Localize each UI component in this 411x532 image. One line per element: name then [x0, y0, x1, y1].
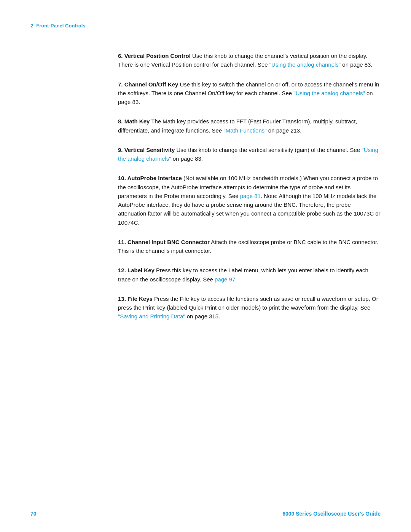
- section-11-title: 11. Channel Input BNC Connector: [118, 239, 210, 245]
- section-13-text-before: Press the File key to access file functi…: [118, 296, 378, 311]
- section-12-text-after: .: [235, 276, 237, 283]
- section-8-link[interactable]: "Math Functions": [223, 127, 266, 134]
- section-9: 9. Vertical Sensitivity Use this knob to…: [118, 145, 381, 163]
- footer: 70 6000 Series Oscilloscope User's Guide: [0, 511, 411, 517]
- section-11-body: 11. Channel Input BNC Connector Attach t…: [118, 238, 381, 256]
- section-13-body: 13. File Keys Press the File key to acce…: [118, 294, 381, 321]
- chapter-number: 2: [30, 23, 33, 29]
- section-8-body: 8. Math Key The Math key provides access…: [118, 117, 381, 135]
- section-13: 13. File Keys Press the File key to acce…: [118, 294, 381, 321]
- section-9-body: 9. Vertical Sensitivity Use this knob to…: [118, 145, 381, 163]
- section-9-title: 9. Vertical Sensitivity: [118, 147, 175, 153]
- section-7-link[interactable]: "Using the analog channels": [293, 90, 365, 96]
- section-6-body: 6. Vertical Position Control Use this kn…: [118, 51, 381, 69]
- breadcrumb: 2 Front-Panel Controls: [30, 23, 381, 29]
- section-6-text-after: on page 83.: [341, 61, 372, 68]
- section-7: 7. Channel On/Off Key Use this key to sw…: [118, 80, 381, 107]
- section-13-link[interactable]: "Saving and Printing Data": [118, 313, 185, 320]
- section-12: 12. Label Key Press this key to access t…: [118, 266, 381, 284]
- section-7-body: 7. Channel On/Off Key Use this key to sw…: [118, 80, 381, 107]
- section-10-body: 10. AutoProbe Interface (Not available o…: [118, 174, 381, 227]
- chapter-title: Front-Panel Controls: [36, 23, 85, 29]
- section-7-title: 7. Channel On/Off Key: [118, 81, 178, 88]
- section-8-text-after: on page 213.: [267, 127, 302, 134]
- section-11: 11. Channel Input BNC Connector Attach t…: [118, 238, 381, 256]
- page-container: 2 Front-Panel Controls 6. Vertical Posit…: [0, 0, 411, 532]
- section-6-link[interactable]: "Using the analog channels": [269, 61, 341, 68]
- section-8: 8. Math Key The Math key provides access…: [118, 117, 381, 135]
- section-13-title: 13. File Keys: [118, 296, 153, 302]
- section-10-title: 10. AutoProbe Interface: [118, 175, 182, 181]
- footer-page-number: 70: [30, 511, 37, 517]
- footer-book-title: 6000 Series Oscilloscope User's Guide: [282, 511, 381, 517]
- section-9-text-before: Use this knob to change the vertical sen…: [176, 147, 362, 153]
- section-6: 6. Vertical Position Control Use this kn…: [118, 51, 381, 69]
- section-6-title: 6. Vertical Position Control: [118, 53, 191, 59]
- section-10-link[interactable]: page 81: [240, 193, 261, 199]
- section-12-text-before: Press this key to access the Label menu,…: [118, 267, 368, 282]
- section-12-title: 12. Label Key: [118, 267, 155, 273]
- section-12-link[interactable]: page 97: [215, 276, 235, 283]
- content-area: 6. Vertical Position Control Use this kn…: [0, 40, 411, 343]
- header-section: 2 Front-Panel Controls: [0, 23, 411, 40]
- section-8-title: 8. Math Key: [118, 118, 150, 125]
- section-13-text-after: on page 315.: [185, 313, 220, 320]
- section-10: 10. AutoProbe Interface (Not available o…: [118, 174, 381, 227]
- section-9-text-after: on page 83.: [171, 155, 203, 162]
- section-12-body: 12. Label Key Press this key to access t…: [118, 266, 381, 284]
